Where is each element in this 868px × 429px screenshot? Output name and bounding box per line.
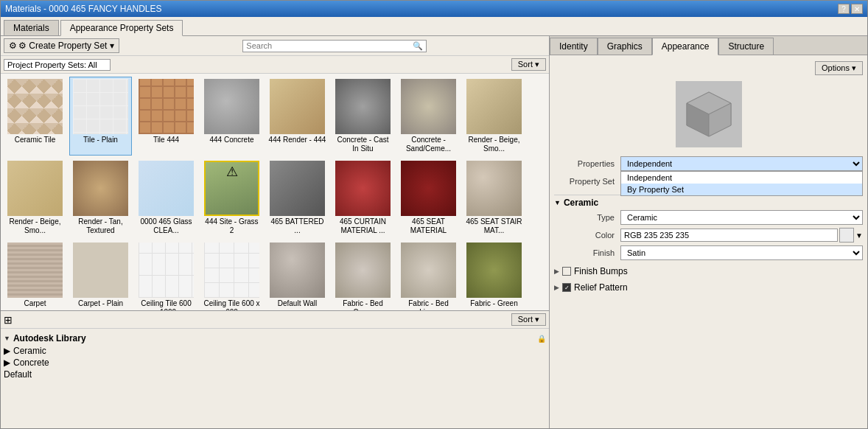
material-item-tile-plain[interactable]: Tile - Plain <box>69 77 132 156</box>
material-item-render-beige-smo[interactable]: Render - Beige, Smo... <box>4 158 66 237</box>
dropdown-item-independent[interactable]: Independent <box>621 172 862 184</box>
material-item-concrete-sand[interactable]: Concrete - Sand/Ceme... <box>397 77 460 156</box>
bottom-toolbar: ⊞ Sort ▾ <box>1 311 549 329</box>
relief-pattern-label: Relief Pattern <box>574 282 628 293</box>
properties-select[interactable]: Independent By Property Set <box>620 156 863 171</box>
material-thumb-concrete-cast <box>335 79 391 134</box>
material-grid: Ceramic Tile Tile - Plain Tile 444 444 C… <box>4 77 546 310</box>
dropdown-item-by-property-set[interactable]: By Property Set <box>621 184 862 195</box>
library-header-label: Autodesk Library <box>13 333 86 343</box>
options-button[interactable]: Options ▾ <box>815 61 863 75</box>
tab-structure[interactable]: Structure <box>718 38 774 55</box>
material-item-concrete-cast[interactable]: Concrete - Cast In Situ <box>332 77 394 156</box>
material-item-render-beige[interactable]: Render - Beige, Smo... <box>463 77 525 156</box>
material-label-curtain: 465 CURTAIN MATERIAL ... <box>334 217 392 235</box>
material-item-grass[interactable]: ⚠ 444 Site - Grass 2 <box>200 158 263 237</box>
material-thumb-render-beige <box>466 79 522 134</box>
ceramic-toggle-icon: ▼ <box>554 199 561 206</box>
properties-dropdown-container: Independent By Property Set Independent … <box>620 156 863 171</box>
material-label-render-beige: Render - Beige, Smo... <box>465 136 523 153</box>
material-thumb-fabric-green <box>466 243 522 298</box>
left-toolbar: ⚙ ⚙ Create Property Set ▾ 🔍 <box>1 36 549 56</box>
project-filter-select[interactable]: Project Property Sets: All <box>4 59 111 71</box>
material-item-carpet[interactable]: Carpet <box>4 240 66 310</box>
material-item-battered[interactable]: 465 BATTERED ... <box>266 158 329 237</box>
color-swatch[interactable] <box>839 228 854 243</box>
material-thumb-curtain <box>335 161 391 216</box>
material-label-render-tan: Render - Tan, Textured <box>71 217 130 235</box>
filter-row: Project Property Sets: All Sort ▾ <box>1 56 549 74</box>
finish-control: Satin <box>620 245 863 260</box>
material-item-fabric-bed[interactable]: Fabric - Bed Cover <box>332 240 394 310</box>
material-item-ceramic-tile[interactable]: Ceramic Tile <box>4 77 66 156</box>
relief-pattern-section[interactable]: ▶ ✓ Relief Pattern <box>554 279 863 296</box>
main-tabs: Materials Appearance Property Sets <box>1 17 867 36</box>
content-area: ⚙ ⚙ Create Property Set ▾ 🔍 Project Prop… <box>1 36 867 428</box>
library-item-concrete-label: Concrete <box>13 358 49 368</box>
material-item-fabric-linen[interactable]: Fabric - Bed Linen <box>397 240 460 310</box>
tab-appearance[interactable]: Appearance <box>652 38 719 55</box>
finish-bumps-section[interactable]: ▶ Finish Bumps <box>554 263 863 279</box>
tab-identity[interactable]: Identity <box>550 38 598 55</box>
material-item-tile444[interactable]: Tile 444 <box>135 77 197 156</box>
color-row: Color ▼ <box>554 228 863 243</box>
material-label-render-beige-smo: Render - Beige, Smo... <box>6 217 64 235</box>
library-header[interactable]: ▼ Autodesk Library 🔒 <box>1 332 549 345</box>
finish-bumps-expand-icon: ▶ <box>554 268 559 275</box>
bottom-sort-button[interactable]: Sort ▾ <box>511 313 546 326</box>
material-item-444-render[interactable]: 444 Render - 444 <box>266 77 329 156</box>
library-item-ceramic[interactable]: ▶ Ceramic <box>1 345 549 357</box>
finish-label: Finish <box>554 248 620 257</box>
tab-materials[interactable]: Materials <box>4 20 59 35</box>
color-input[interactable] <box>620 229 838 242</box>
material-item-default-wall[interactable]: Default Wall <box>266 240 329 310</box>
lock-icon: 🔒 <box>537 335 546 343</box>
material-label-seat-stair: 465 SEAT STAIR MAT... <box>465 217 523 235</box>
material-label-ceramic-tile: Ceramic Tile <box>15 136 56 144</box>
material-thumb-tile444 <box>139 79 194 134</box>
library-tree: ▼ Autodesk Library 🔒 ▶ Ceramic ▶ Concret… <box>1 329 549 428</box>
material-item-ceiling600x600[interactable]: Ceiling Tile 600 x 600 <box>200 240 263 310</box>
material-label-ceiling600x600: Ceiling Tile 600 x 600 <box>203 299 261 310</box>
material-item-render-tan[interactable]: Render - Tan, Textured <box>69 158 132 237</box>
material-thumb-ceramic-tile <box>7 79 63 134</box>
material-label-concrete-sand: Concrete - Sand/Ceme... <box>399 136 458 153</box>
material-item-ceiling600x1200[interactable]: Ceiling Tile 600 x1200 <box>135 240 197 310</box>
finish-select[interactable]: Satin <box>620 245 863 260</box>
property-set-label: Property Set <box>554 177 620 186</box>
tab-graphics[interactable]: Graphics <box>598 38 652 55</box>
material-thumb-seat <box>401 161 456 216</box>
title-bar-buttons: ? ✕ <box>838 4 863 14</box>
color-dropdown-arrow[interactable]: ▼ <box>855 231 863 240</box>
color-value-box: ▼ <box>620 228 863 243</box>
material-thumb-tile-plain <box>73 79 128 134</box>
library-item-concrete[interactable]: ▶ Concrete <box>1 357 549 369</box>
ceramic-section-header[interactable]: ▼ Ceramic <box>554 195 863 210</box>
material-item-glass[interactable]: 0000 465 Glass CLEA... <box>135 158 197 237</box>
search-input[interactable] <box>246 41 413 50</box>
material-thumb-carpet-plain <box>73 243 128 298</box>
type-row: Type Ceramic <box>554 210 863 225</box>
library-item-default[interactable]: Default <box>1 369 549 380</box>
right-content: Options ▾ Pro <box>550 55 867 428</box>
finish-bumps-checkbox[interactable] <box>562 267 571 276</box>
material-item-444-concrete[interactable]: 444 Concrete <box>200 77 263 156</box>
relief-pattern-checkbox[interactable]: ✓ <box>562 283 571 292</box>
type-select[interactable]: Ceramic <box>620 210 863 225</box>
library-item-default-label: Default <box>4 369 32 380</box>
material-item-seat-stair[interactable]: 465 SEAT STAIR MAT... <box>463 158 525 237</box>
material-item-curtain[interactable]: 465 CURTAIN MATERIAL ... <box>332 158 394 237</box>
material-item-carpet-plain[interactable]: Carpet - Plain <box>69 240 132 310</box>
material-grid-area: Ceramic Tile Tile - Plain Tile 444 444 C… <box>1 74 549 310</box>
sort-button[interactable]: Sort ▾ <box>511 58 546 71</box>
material-label-tile-plain: Tile - Plain <box>83 136 118 144</box>
create-property-set-button[interactable]: ⚙ ⚙ Create Property Set ▾ <box>4 38 119 53</box>
close-button[interactable]: ✕ <box>851 4 863 14</box>
material-thumb-concrete-sand <box>401 79 456 134</box>
help-button[interactable]: ? <box>838 4 850 14</box>
material-item-fabric-green[interactable]: Fabric - Green <box>463 240 525 310</box>
tab-appearance-property-sets[interactable]: Appearance Property Sets <box>60 20 183 36</box>
material-thumb-seat-stair <box>466 161 522 216</box>
material-item-seat[interactable]: 465 SEAT MATERIAL <box>397 158 460 237</box>
material-label-ceiling600x1200: Ceiling Tile 600 x1200 <box>137 299 195 310</box>
